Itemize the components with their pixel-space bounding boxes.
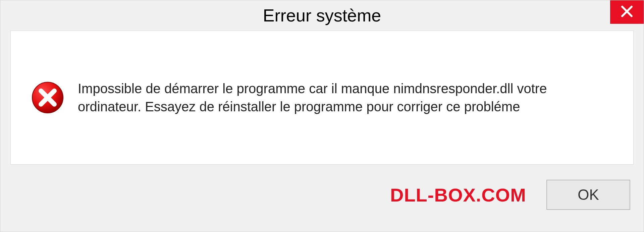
dialog-footer: DLL-BOX.COM OK [0,165,644,232]
brand-label: DLL-BOX.COM [390,184,526,206]
error-message: Impossible de démarrer le programme car … [78,79,613,116]
content-panel: Impossible de démarrer le programme car … [10,31,634,165]
close-button[interactable] [610,0,644,24]
dialog-title: Erreur système [263,5,381,25]
ok-button[interactable]: OK [546,180,630,210]
titlebar: Erreur système [0,0,644,31]
error-dialog: Erreur système [0,0,644,232]
close-icon [620,5,634,19]
error-icon [31,81,64,114]
